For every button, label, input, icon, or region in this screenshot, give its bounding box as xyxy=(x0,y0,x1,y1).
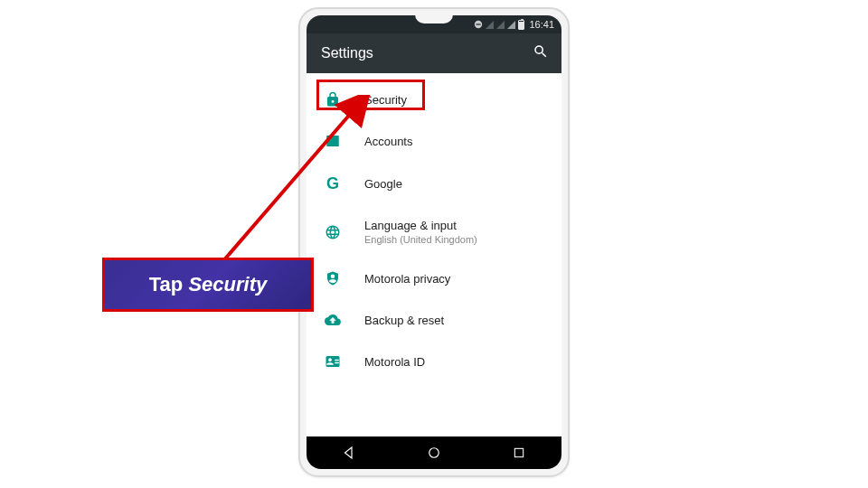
callout-emph: Security xyxy=(188,273,267,296)
settings-item-accounts[interactable]: Accounts xyxy=(307,120,561,162)
id-card-icon xyxy=(323,353,343,370)
settings-item-language[interactable]: Language & input English (United Kingdom… xyxy=(307,206,561,258)
settings-list: Security Accounts G Google Language & in… xyxy=(307,73,561,436)
settings-item-motorola-privacy[interactable]: Motorola privacy xyxy=(307,258,561,299)
highlight-box-security xyxy=(316,80,425,110)
privacy-icon xyxy=(323,270,343,286)
search-icon[interactable] xyxy=(533,43,549,63)
nav-bar xyxy=(307,436,561,469)
app-bar: Settings xyxy=(307,33,561,73)
signal-icon xyxy=(507,21,515,29)
signal-icon xyxy=(486,21,494,29)
dnd-icon xyxy=(474,20,483,29)
item-label: Motorola privacy xyxy=(364,272,450,286)
svg-rect-3 xyxy=(514,448,523,456)
item-label: Motorola ID xyxy=(364,355,425,369)
settings-item-motorola-id[interactable]: Motorola ID xyxy=(307,341,561,382)
item-sublabel: English (United Kingdom) xyxy=(364,234,477,245)
item-label: Accounts xyxy=(364,135,412,148)
app-bar-title: Settings xyxy=(321,45,373,61)
nav-home-button[interactable] xyxy=(416,436,452,469)
svg-rect-1 xyxy=(476,23,481,24)
google-icon: G xyxy=(323,174,343,193)
nav-recent-button[interactable] xyxy=(501,436,537,469)
callout-prefix: Tap xyxy=(149,273,189,296)
item-label: Backup & reset xyxy=(364,314,444,327)
settings-item-backup[interactable]: Backup & reset xyxy=(307,299,561,341)
person-icon xyxy=(323,133,343,149)
nav-back-button[interactable] xyxy=(331,436,367,469)
phone-notch xyxy=(415,14,453,23)
instruction-callout: Tap Security xyxy=(105,260,311,309)
status-time: 16:41 xyxy=(529,19,554,30)
item-label: Google xyxy=(364,177,402,191)
signal-icon xyxy=(496,21,505,29)
battery-icon xyxy=(518,20,524,30)
item-label: Language & input xyxy=(364,219,477,232)
cloud-backup-icon xyxy=(323,312,343,328)
phone-frame: 16:41 Settings Security Accounts xyxy=(298,7,570,477)
settings-item-google[interactable]: G Google xyxy=(307,162,561,206)
globe-icon xyxy=(323,224,343,240)
svg-point-2 xyxy=(429,448,439,458)
